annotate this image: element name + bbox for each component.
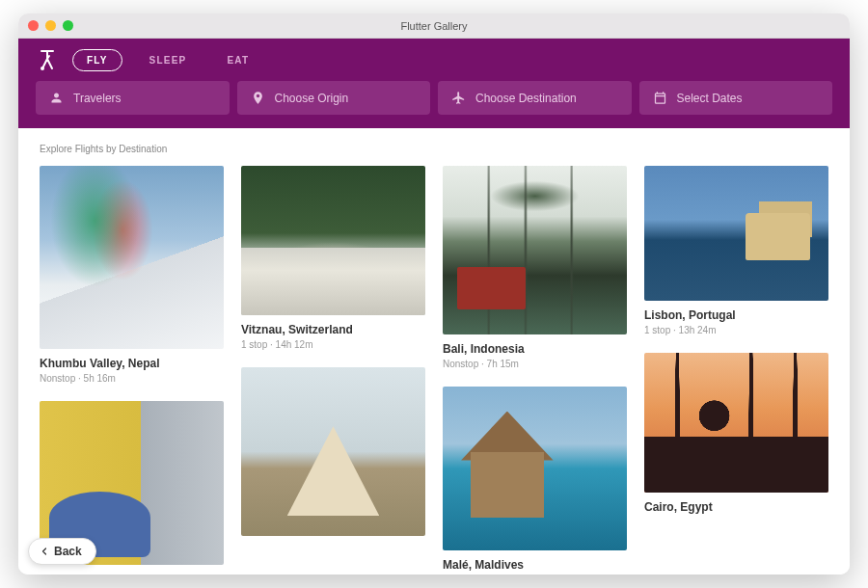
destination-sub: 1 stop · 13h 24m [644,325,828,335]
window-maximize-button[interactable] [63,20,73,31]
destination-field[interactable]: Choose Destination [438,81,632,115]
destination-title: Vitznau, Switzerland [241,323,425,336]
tab-sleep[interactable]: SLEEP [136,50,201,70]
destination-image [241,166,425,315]
destination-image [644,353,828,493]
destination-image [40,166,224,349]
destination-card[interactable]: Cairo, Egypt [644,353,828,517]
window-title: Flutter Gallery [18,20,850,32]
svg-point-0 [41,67,44,70]
destination-card[interactable]: Vitznau, Switzerland 1 stop · 14h 12m [241,166,425,350]
destination-title: Malé, Maldives [443,558,627,572]
destination-card[interactable]: Malé, Maldives [443,387,627,575]
travelers-label: Travelers [73,92,122,105]
crane-logo-icon [36,48,59,71]
back-button[interactable]: Back [28,538,96,565]
titlebar: Flutter Gallery [18,13,850,39]
destination-label: Choose Destination [475,92,577,105]
destination-title: Lisbon, Portugal [644,308,828,322]
plane-icon [451,91,466,105]
destination-sub: 1 stop · 14h 12m [241,339,425,350]
destination-image [443,166,627,334]
destination-image [644,166,828,301]
tab-eat[interactable]: EAT [213,50,262,70]
section-title: Explore Flights by Destination [40,144,828,154]
search-row: Travelers Choose Origin Choose Destinati… [36,81,832,115]
content-area: Explore Flights by Destination Khumbu Va… [18,128,850,575]
destination-image [241,367,425,536]
app-header: FLY SLEEP EAT Travelers Choose Origin Ch… [18,39,850,128]
destination-title: Bali, Indonesia [443,342,627,356]
destination-title: Khumbu Valley, Nepal [40,357,224,370]
window-close-button[interactable] [28,20,39,31]
destination-title: Cairo, Egypt [644,500,828,514]
destination-card[interactable]: Bali, Indonesia Nonstop · 7h 15m [443,166,627,369]
app-window: Flutter Gallery FLY SLEEP EAT Travelers … [18,13,850,575]
origin-label: Choose Origin [275,92,349,105]
destination-card[interactable]: Lisbon, Portugal 1 stop · 13h 24m [644,166,828,335]
dates-label: Select Dates [677,92,743,105]
origin-field[interactable]: Choose Origin [237,81,431,115]
chevron-left-icon [39,546,50,557]
travelers-field[interactable]: Travelers [36,81,230,115]
dates-field[interactable]: Select Dates [639,81,833,115]
calendar-icon [653,91,667,105]
window-minimize-button[interactable] [45,20,56,31]
destination-grid: Khumbu Valley, Nepal Nonstop · 5h 16m Vi… [40,166,828,575]
location-icon [251,91,265,105]
destination-card[interactable] [241,367,425,544]
destination-image [443,387,627,550]
nav-row: FLY SLEEP EAT [36,48,832,71]
destination-card[interactable]: Khumbu Valley, Nepal Nonstop · 5h 16m [40,166,224,384]
destination-sub: Nonstop · 7h 15m [443,359,627,369]
destination-sub: Nonstop · 5h 16m [40,373,224,384]
tab-fly[interactable]: FLY [72,49,122,71]
person-icon [49,91,64,105]
traffic-lights [28,20,73,31]
back-label: Back [54,545,82,558]
